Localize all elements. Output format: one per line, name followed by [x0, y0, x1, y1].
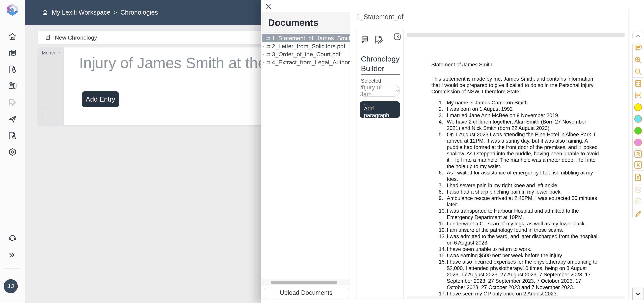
scroll-up-button[interactable]	[632, 32, 644, 40]
upload-documents-button[interactable]: Upload Documents	[264, 288, 348, 298]
highlight-cyan-button[interactable]	[632, 113, 644, 125]
collapse-builder-button[interactable]	[393, 33, 401, 41]
page-edge-strip-bottom	[407, 296, 624, 299]
document-list-item[interactable]: 3_Order_of_the_Court.pdf	[262, 50, 350, 58]
prev-result-button[interactable]	[632, 184, 644, 195]
document-name: 2_Letter_from_Solicitors.pdf	[272, 43, 345, 50]
home-icon	[8, 32, 17, 41]
statement-heading: Statement of James Smith	[431, 61, 600, 68]
sidebar-item-settings[interactable]	[8, 147, 17, 157]
month-dropdown[interactable]: Month	[42, 50, 61, 56]
statement-item: I have also incurred expenses for the ph…	[447, 259, 600, 291]
chronology-builder-panel: Chronology Builder Selected Chronology I…	[356, 30, 404, 299]
exclude-x-icon: X	[634, 161, 642, 169]
statement-item: On 1 August 2023 I was attending the Pin…	[447, 131, 600, 170]
scroll-down-button[interactable]	[632, 288, 644, 300]
hide-comments-icon	[634, 44, 642, 52]
documents-icon	[8, 48, 17, 57]
statement-item: I married Jane Ann McBee on 9 November 2…	[447, 112, 600, 119]
panel-collapse-icon	[393, 33, 401, 41]
analyze-document-icon	[8, 131, 17, 140]
avatar[interactable]: JJ	[4, 279, 18, 293]
statement-item: I was earning $500 nett per week before …	[447, 252, 600, 259]
month-label: Month	[42, 50, 55, 56]
highlight-yellow-icon	[634, 103, 642, 111]
highlight-green-button[interactable]	[632, 125, 644, 137]
circle-chevron-down-icon	[634, 197, 642, 205]
scrollbar-thumb[interactable]	[271, 281, 337, 284]
chronology-select-value: Injury of Jam	[360, 84, 393, 98]
fit-page-button[interactable]	[632, 77, 644, 89]
statement-intro: This statement is made by me, James Smit…	[431, 76, 600, 95]
documents-list: 1_Statement_of_James_Smith.pdf 2_Letter_…	[262, 32, 350, 66]
sidebar-item-chronology[interactable]	[8, 81, 17, 90]
sidebar-item-documents[interactable]	[8, 48, 17, 57]
hide-comments-button[interactable]	[632, 42, 644, 54]
sidebar-item-sign-document[interactable]	[8, 98, 17, 107]
fit-width-button[interactable]	[632, 89, 644, 101]
document-list-item[interactable]: 2_Letter_from_Solicitors.pdf	[262, 42, 350, 50]
breadcrumb-workspace[interactable]: My Lexiti Workspace	[52, 9, 110, 16]
folder-icon	[265, 36, 270, 41]
sidebar-item-analyze-document[interactable]	[8, 131, 17, 140]
breadcrumb: My Lexiti Workspace > Chronologies	[42, 0, 158, 25]
close-modal-button[interactable]	[265, 3, 273, 11]
document-list-item[interactable]: 1_Statement_of_James_Smith.pdf	[262, 34, 350, 42]
add-paragraph-button[interactable]: Add paragraph	[360, 101, 400, 118]
documents-horizontal-scrollbar	[262, 279, 350, 285]
statement-item: As I waited for assistance of emergency …	[447, 170, 600, 182]
next-result-button[interactable]	[632, 195, 644, 207]
viewer-vertical-scrollbar[interactable]	[628, 9, 630, 300]
comments-tool-button[interactable]	[360, 35, 370, 44]
statement-item: I am unsure of the pathology found in th…	[447, 227, 600, 233]
sidebar-collapse-button[interactable]	[8, 251, 16, 259]
draw-pen-button[interactable]	[632, 207, 644, 220]
sidebar-item-home[interactable]	[8, 32, 17, 41]
sign-document-icon	[374, 34, 384, 44]
chronology-select[interactable]: Injury of Jam	[360, 85, 400, 97]
statement-item: I had severe pain in my right knee and l…	[447, 182, 600, 189]
statement-item: I was admitted to the ward, and later di…	[447, 233, 600, 246]
sign-tool-button[interactable]	[374, 34, 384, 44]
redact-page-button[interactable]: R	[632, 170, 644, 184]
exclude-button[interactable]: X	[632, 159, 644, 170]
send-icon	[8, 115, 17, 124]
statement-dated: Dated: 22 October 2024.	[431, 302, 600, 303]
folder-icon	[265, 60, 270, 65]
sidebar-item-send[interactable]	[8, 115, 17, 124]
sidebar-item-support[interactable]	[8, 233, 17, 242]
chevron-down-icon	[57, 51, 61, 55]
tree-dot	[263, 54, 264, 55]
fit-width-icon	[634, 91, 642, 99]
highlight-pink-icon	[634, 139, 642, 146]
app-sidebar: JJ	[0, 0, 25, 303]
home-icon[interactable]	[42, 9, 48, 16]
document-list-item[interactable]: 4_Extract_from_Legal_Authority.pdf	[262, 58, 350, 66]
highlight-pink-button[interactable]	[632, 137, 644, 148]
sidebar-divider	[4, 269, 20, 269]
zoom-out-button[interactable]	[632, 66, 644, 77]
sidebar-item-report[interactable]	[8, 65, 17, 74]
highlight-yellow-button[interactable]	[632, 101, 644, 113]
statement-item: I was transported to Harbour Hospital an…	[447, 208, 600, 221]
timeline-dashed-line	[42, 82, 42, 123]
document-name: 3_Order_of_the_Court.pdf	[272, 51, 340, 58]
tree-dot	[263, 62, 264, 63]
statement-item: We have 2 children together: Alan Smith …	[447, 119, 600, 131]
statement-item: Ambulance rescue arrived at 2:45PM. I wa…	[447, 195, 600, 208]
document-review-modal: Documents 1_Statement_of_James_Smith.pdf…	[261, 0, 644, 303]
breadcrumb-section[interactable]: Chronologies	[120, 9, 158, 16]
report-file-icon	[8, 65, 17, 74]
pdf-viewer[interactable]: Statement of James Smith This statement …	[404, 9, 628, 300]
fit-page-icon	[634, 79, 642, 87]
new-chronology-button[interactable]: New Chronology	[38, 31, 269, 44]
redact-letter-button[interactable]: R	[632, 148, 644, 159]
add-entry-button[interactable]: Add Entry	[82, 91, 119, 107]
redact-r-icon: R	[634, 150, 642, 158]
folder-icon	[265, 52, 270, 57]
zoom-in-button[interactable]	[632, 54, 644, 66]
document-plus-icon	[45, 34, 51, 41]
highlight-green-icon	[634, 127, 642, 135]
tree-dot	[263, 46, 264, 47]
sign-document-icon	[8, 98, 17, 107]
